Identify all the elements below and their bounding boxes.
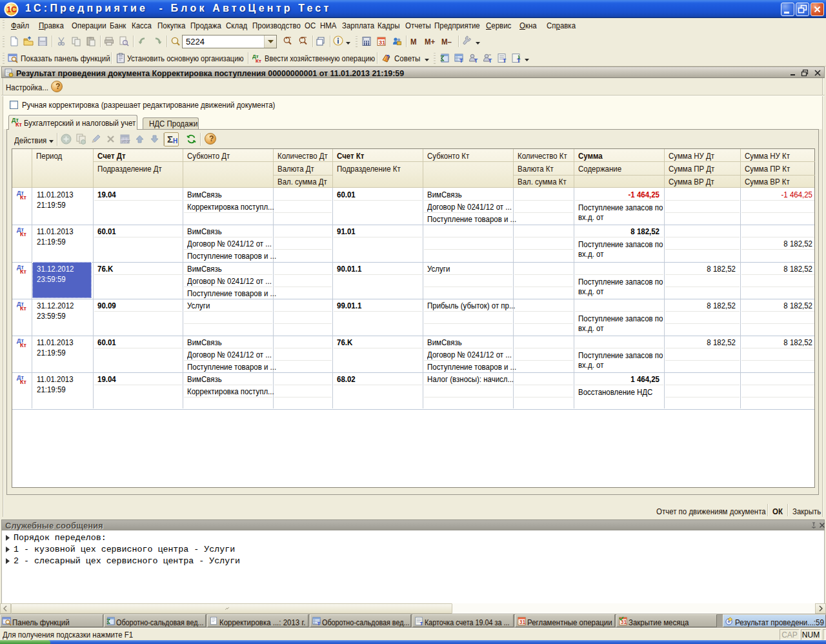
- svg-text:T: T: [419, 621, 423, 626]
- svg-text:Кт: Кт: [256, 58, 261, 63]
- svg-text:T: T: [317, 621, 320, 626]
- svg-text:T: T: [503, 57, 507, 63]
- svg-text:1С: 1С: [7, 5, 17, 14]
- svg-text:31: 31: [621, 619, 627, 625]
- svg-text:T: T: [474, 57, 478, 63]
- svg-text:T: T: [489, 57, 492, 63]
- svg-text:?: ?: [386, 54, 390, 61]
- svg-text:T: T: [517, 57, 521, 63]
- svg-text:31: 31: [379, 39, 385, 46]
- svg-text:ИТОГ: ИТОГ: [122, 139, 130, 143]
- svg-text:T: T: [459, 57, 463, 63]
- svg-text:31: 31: [519, 619, 526, 625]
